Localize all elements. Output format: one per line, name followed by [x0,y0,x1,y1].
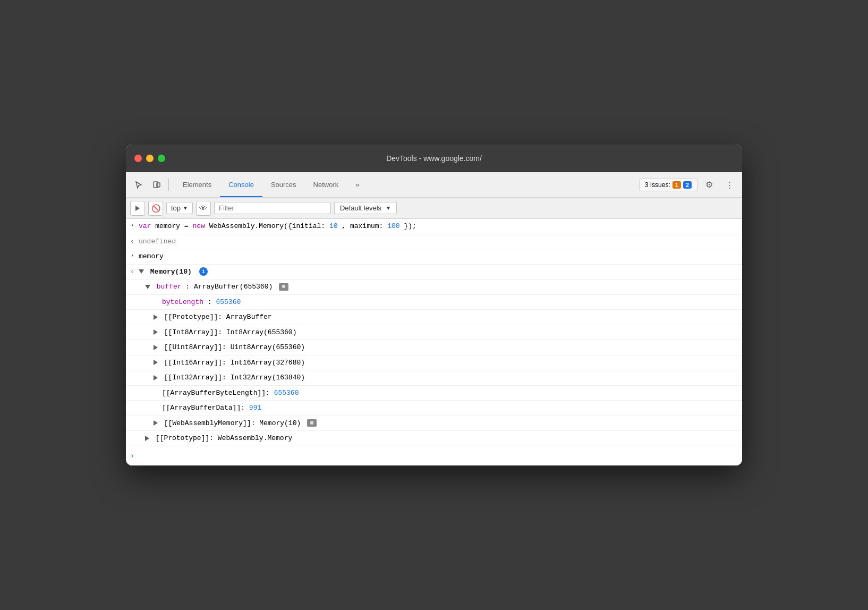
close-button[interactable] [134,155,142,162]
buffer-prop-name: buffer [157,283,182,291]
eye-icon: 👁 [199,204,207,213]
undefined-value: undefined [139,238,176,245]
devtools-body: Elements Console Sources Network » 3 Iss… [126,172,742,465]
entry-int8array: [[Int8Array]]: Int8Array(655360) [126,325,742,341]
expand-wasm-icon[interactable] [154,420,158,426]
log-level-selector[interactable]: Default levels ▼ [334,202,397,214]
console-entry-memory-obj: ‹ Memory(10) i [126,265,742,280]
cursor-icon [134,181,143,189]
filter-input[interactable] [214,202,331,214]
traffic-lights [134,155,165,162]
entry-proto-arraybuffer: [[Prototype]]: ArrayBuffer [126,310,742,325]
settings-button[interactable]: ⚙ [701,176,718,193]
number-initial: 10 [329,222,338,230]
collapse-icon[interactable] [139,269,144,274]
entry-int32array: [[Int32Array]]: Int32Array(163840) [126,370,742,386]
chevron-down-icon: ▼ [183,205,188,211]
memory-obj-name: Memory(10) [150,268,192,276]
entry-content-memory: memory [139,251,738,262]
device-icon [152,181,161,189]
console-entry-input: › var memory = new WebAssembly.Memory({i… [126,219,742,234]
entry-content-ab-data: [[ArrayBufferData]]: 991 [162,403,738,413]
entry-buffer: buffer : ArrayBuffer(655360) ▦ [126,279,742,295]
tab-bar: Elements Console Sources Network » [172,172,638,197]
entry-bytelength: byteLength : 655360 [126,295,742,310]
more-dots-icon: ⋮ [726,180,734,190]
entry-content-ab-bytelength: [[ArrayBufferByteLength]]: 655360 [162,388,738,399]
entry-content-int8: [[Int8Array]]: Int8Array(655360) [154,327,738,338]
entry-content-memory-obj: Memory(10) i [139,267,738,277]
prompt-arrow-icon: › [126,452,139,460]
cursor-icon-button[interactable] [130,176,147,193]
number-maximum: 100 [387,222,399,230]
toolbar-right: 3 Issues: 1 2 ⚙ ⋮ [639,176,738,193]
info-icon[interactable]: i [199,267,208,276]
console-entry-undefined: ‹ undefined [126,234,742,250]
bytelength-name: byteLength [162,298,203,306]
entry-wasm-memory: [[WebAssemblyMemory]]: Memory(10) ▦ [126,416,742,431]
entry-ab-bytelength: [[ArrayBufferByteLength]]: 655360 [126,386,742,401]
svg-rect-1 [157,183,160,187]
entry-content-command: var memory = new WebAssembly.Memory({ini… [139,221,738,232]
console-content: › var memory = new WebAssembly.Memory({i… [126,219,742,465]
ab-bytelength-value: 655360 [274,389,299,397]
console-toolbar: 🚫 top ▼ 👁 Default levels ▼ [126,198,742,219]
prompt-input-area[interactable] [139,451,738,461]
context-label: top [171,204,181,212]
clear-console-button[interactable]: 🚫 [148,201,163,216]
tab-network[interactable]: Network [305,172,347,197]
toolbar-divider [168,179,169,191]
expand-proto-ab-icon[interactable] [154,315,158,320]
tab-sources[interactable]: Sources [262,172,305,197]
titlebar: DevTools - www.google.com/ [126,145,742,172]
expand-int8-icon[interactable] [154,329,158,335]
eye-button[interactable]: 👁 [196,201,211,216]
entry-content-proto-ab: [[Prototype]]: ArrayBuffer [154,312,738,323]
entry-content-uint8: [[Uint8Array]]: Uint8Array(655360) [154,342,738,353]
expand-int32-icon[interactable] [154,375,158,380]
devtools-window: DevTools - www.google.com/ Elements [126,145,742,465]
output-arrow: ‹ [126,236,139,245]
entry-content-bytelength: byteLength : 655360 [162,297,738,308]
block-icon: 🚫 [151,204,160,213]
run-snippet-button[interactable] [130,201,145,216]
collapse-buffer-icon[interactable] [145,285,150,289]
more-options-button[interactable]: ⋮ [721,176,738,193]
tab-elements[interactable]: Elements [174,172,220,197]
entry-ab-data: [[ArrayBufferData]]: 991 [126,401,742,416]
chevron-down-icon-2: ▼ [386,205,391,211]
expand-uint8-icon[interactable] [154,345,158,350]
issues-label: 3 Issues: [645,181,670,189]
device-toggle-button[interactable] [148,176,165,193]
issues-badge[interactable]: 3 Issues: 1 2 [639,179,697,191]
entry-proto-wasm: [[Prototype]]: WebAssembly.Memory [126,431,742,446]
svg-marker-2 [135,206,140,211]
expand-arrow-memory[interactable]: › [126,251,139,259]
minimize-button[interactable] [146,155,154,162]
level-label: Default levels [340,204,381,212]
expand-int16-icon[interactable] [154,360,158,365]
console-prompt[interactable]: › [126,446,742,465]
tab-console[interactable]: Console [220,172,262,197]
tab-more[interactable]: » [347,172,368,197]
bytelength-value: 655360 [216,298,241,306]
info-count: 2 [683,181,692,189]
entry-content-int16: [[Int16Array]]: Int16Array(327680) [154,358,738,368]
entry-int16array: [[Int16Array]]: Int16Array(327680) [126,355,742,371]
console-entry-memory: › memory [126,249,742,265]
keyword-var: var [139,222,151,230]
buffer-icon: ▦ [279,283,288,291]
main-toolbar: Elements Console Sources Network » 3 Iss… [126,172,742,198]
entry-content-undefined: undefined [139,236,738,247]
gear-icon: ⚙ [705,180,713,190]
wasm-buffer-icon: ▦ [307,419,317,427]
entry-content-int32: [[Int32Array]]: Int32Array(163840) [154,372,738,383]
ab-data-value: 991 [249,404,261,412]
entry-content-proto-wasm: [[Prototype]]: WebAssembly.Memory [145,433,738,444]
maximize-button[interactable] [158,155,165,162]
expand-proto-wasm-icon[interactable] [145,436,149,441]
keyword-new: new [192,222,205,230]
context-selector[interactable]: top ▼ [166,202,193,214]
input-arrow[interactable]: › [126,221,139,228]
play-icon [134,205,141,211]
